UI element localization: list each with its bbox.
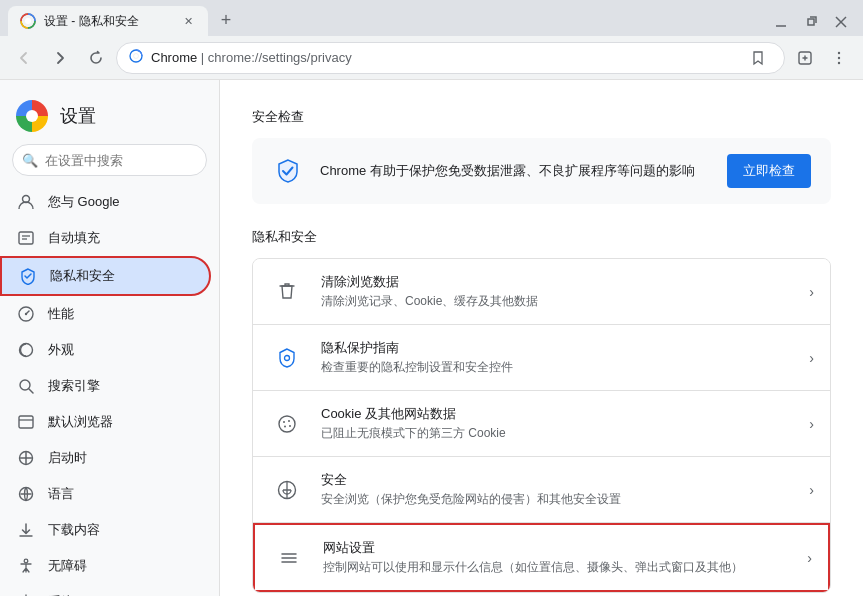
sidebar-item-privacy[interactable]: 隐私和安全	[0, 256, 211, 296]
privacy-item-privacy-guide[interactable]: 隐私保护指南 检查重要的隐私控制设置和安全控件 ›	[253, 325, 830, 391]
cookies-content: Cookie 及其他网站数据 已阻止无痕模式下的第三方 Cookie	[321, 405, 793, 442]
clear-browsing-title: 清除浏览数据	[321, 273, 793, 291]
privacy-settings-list: 清除浏览数据 清除浏览记录、Cookie、缓存及其他数据 › 隐私保护指南 检查…	[252, 258, 831, 593]
svg-point-17	[20, 344, 33, 357]
privacy-item-cookies[interactable]: Cookie 及其他网站数据 已阻止无痕模式下的第三方 Cookie ›	[253, 391, 830, 457]
svg-point-28	[24, 559, 28, 563]
privacy-item-security[interactable]: 安全 安全浏览（保护您免受危险网站的侵害）和其他安全设置 ›	[253, 457, 830, 523]
bookmark-button[interactable]	[744, 44, 772, 72]
sidebar-item-label-downloads: 下载内容	[48, 521, 100, 539]
tab-bar: 设置 - 隐私和安全 ✕ +	[0, 0, 863, 36]
sidebar-item-label-accessibility: 无障碍	[48, 557, 87, 575]
performance-icon	[16, 304, 36, 324]
svg-point-10	[838, 61, 840, 63]
nav-bar: Chrome | chrome://settings/privacy	[0, 36, 863, 80]
svg-rect-12	[19, 232, 33, 244]
site-settings-desc: 控制网站可以使用和显示什么信息（如位置信息、摄像头、弹出式窗口及其他）	[323, 559, 791, 576]
sidebar-item-performance[interactable]: 性能	[0, 296, 211, 332]
privacy-section-title: 隐私和安全	[252, 228, 831, 246]
svg-point-16	[25, 313, 27, 315]
sidebar-item-startup[interactable]: 启动时	[0, 440, 211, 476]
sidebar-item-search[interactable]: 搜索引擎	[0, 368, 211, 404]
privacy-guide-arrow: ›	[809, 350, 814, 366]
sidebar-item-browser[interactable]: 默认浏览器	[0, 404, 211, 440]
new-tab-button[interactable]: +	[212, 6, 240, 34]
accessibility-icon	[16, 556, 36, 576]
browser-icon	[16, 412, 36, 432]
google-icon	[16, 192, 36, 212]
security-title: 安全	[321, 471, 793, 489]
maximize-button[interactable]	[797, 12, 825, 32]
nav-extra-buttons	[789, 42, 855, 74]
sidebar-search-input[interactable]	[12, 144, 207, 176]
clear-browsing-arrow: ›	[809, 284, 814, 300]
address-favicon	[129, 49, 143, 66]
system-icon	[16, 592, 36, 596]
main-area: 设置 🔍 您与 Google 自动填充 隐私和安全 性能 外观 搜索引擎	[0, 80, 863, 596]
sidebar-item-label-language: 语言	[48, 485, 74, 503]
sidebar-item-label-startup: 启动时	[48, 449, 87, 467]
extensions-button[interactable]	[789, 42, 821, 74]
sidebar-nav: 您与 Google 自动填充 隐私和安全 性能 外观 搜索引擎 默认浏览器 启动…	[0, 184, 219, 596]
sidebar-item-label-performance: 性能	[48, 305, 74, 323]
safety-check-button[interactable]: 立即检查	[727, 154, 811, 188]
svg-point-35	[289, 425, 291, 427]
close-window-button[interactable]	[827, 12, 855, 32]
sidebar-item-label-privacy: 隐私和安全	[50, 267, 115, 285]
svg-point-33	[283, 421, 285, 423]
window-controls	[767, 12, 863, 36]
language-icon	[16, 484, 36, 504]
tab-close-button[interactable]: ✕	[180, 13, 196, 29]
browser-frame: 设置 - 隐私和安全 ✕ +	[0, 0, 863, 596]
forward-button[interactable]	[44, 42, 76, 74]
appearance-icon	[16, 340, 36, 360]
sidebar-item-system[interactable]: 系统	[0, 584, 211, 596]
sidebar-item-language[interactable]: 语言	[0, 476, 211, 512]
sidebar-item-appearance[interactable]: 外观	[0, 332, 211, 368]
main-content: 安全检查 Chrome 有助于保护您免受数据泄露、不良扩展程序等问题的影响 立即…	[220, 80, 863, 596]
safety-check-card: Chrome 有助于保护您免受数据泄露、不良扩展程序等问题的影响 立即检查	[252, 138, 831, 204]
site-settings-title: 网站设置	[323, 539, 791, 557]
privacy-item-clear-browsing[interactable]: 清除浏览数据 清除浏览记录、Cookie、缓存及其他数据 ›	[253, 259, 830, 325]
svg-rect-20	[19, 416, 33, 428]
refresh-button[interactable]	[80, 42, 112, 74]
safety-check-text: Chrome 有助于保护您免受数据泄露、不良扩展程序等问题的影响	[320, 162, 711, 180]
menu-button[interactable]	[823, 42, 855, 74]
security-arrow: ›	[809, 482, 814, 498]
autofill-icon	[16, 228, 36, 248]
back-button[interactable]	[8, 42, 40, 74]
svg-point-6	[134, 54, 139, 59]
svg-point-9	[838, 56, 840, 58]
chrome-logo	[16, 100, 48, 132]
svg-line-19	[29, 389, 33, 393]
svg-point-36	[284, 425, 286, 427]
address-path: chrome://settings/privacy	[208, 50, 352, 65]
safety-section-title: 安全检查	[252, 108, 831, 126]
cookies-arrow: ›	[809, 416, 814, 432]
sidebar-item-google[interactable]: 您与 Google	[0, 184, 211, 220]
safety-check-icon	[272, 155, 304, 187]
minimize-button[interactable]	[767, 12, 795, 32]
privacy-item-site-settings[interactable]: 网站设置 控制网站可以使用和显示什么信息（如位置信息、摄像头、弹出式窗口及其他）…	[253, 523, 830, 592]
cookies-desc: 已阻止无痕模式下的第三方 Cookie	[321, 425, 793, 442]
site-settings-arrow: ›	[807, 550, 812, 566]
address-bar[interactable]: Chrome | chrome://settings/privacy	[116, 42, 785, 74]
security-icon	[269, 472, 305, 508]
site-settings-icon	[271, 540, 307, 576]
chrome-logo-inner	[26, 110, 38, 122]
tab-favicon	[20, 13, 36, 29]
clear-browsing-icon	[269, 274, 305, 310]
startup-icon	[16, 448, 36, 468]
sidebar-item-autofill[interactable]: 自动填充	[0, 220, 211, 256]
svg-point-1	[25, 18, 31, 24]
svg-point-34	[288, 420, 290, 422]
privacy-icon	[18, 266, 38, 286]
privacy-guide-icon	[269, 340, 305, 376]
security-desc: 安全浏览（保护您免受危险网站的侵害）和其他安全设置	[321, 491, 793, 508]
svg-point-31	[285, 355, 290, 360]
active-tab[interactable]: 设置 - 隐私和安全 ✕	[8, 6, 208, 36]
sidebar-item-label-autofill: 自动填充	[48, 229, 100, 247]
sidebar-item-downloads[interactable]: 下载内容	[0, 512, 211, 548]
cookies-title: Cookie 及其他网站数据	[321, 405, 793, 423]
sidebar-item-accessibility[interactable]: 无障碍	[0, 548, 211, 584]
